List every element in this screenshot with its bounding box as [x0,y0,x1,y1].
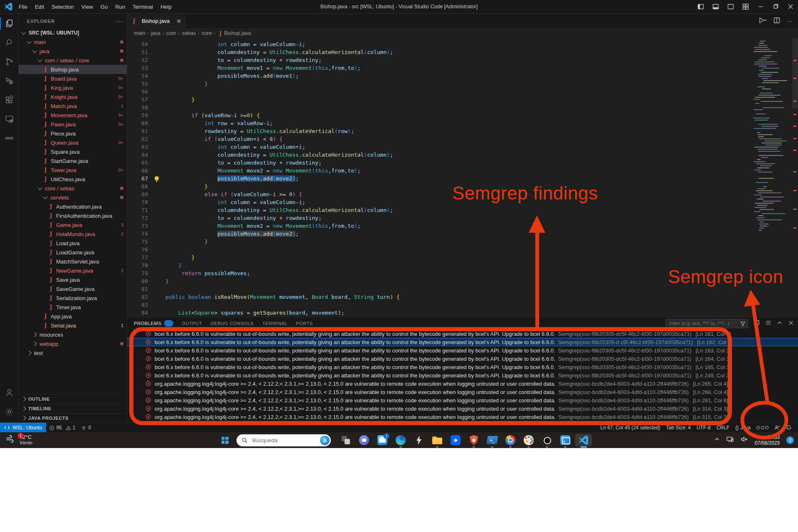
panel-tab-output[interactable]: OUTPUT [182,317,202,330]
sidebar-section-java-projects[interactable]: JAVA PROJECTS [19,413,127,423]
taskbar-app-dropbox[interactable]: ❖ [447,434,464,446]
close-panel-icon[interactable] [788,320,794,327]
explorer-item-holamundo.java[interactable]: JHolaMundo.java2 [19,229,127,239]
language-mode[interactable]: {} Java [732,425,754,431]
breadcrumb-item-sebas[interactable]: sebas [182,30,196,36]
problem-row-2[interactable]: bcel 6.x before 6.6.0 is vulnerable to o… [127,346,798,355]
problem-row-8[interactable]: org.apache.logging.log4j:log4j-core >= 2… [127,396,798,404]
taskbar-app-brave[interactable] [466,434,482,446]
code-line-75[interactable]: 75} [127,238,751,246]
explorer-item-matchservlet.java[interactable]: JMatchServlet.java [19,257,127,266]
activity-item-account[interactable] [0,383,18,402]
run-button[interactable] [759,17,767,25]
panel-tab-debug-console[interactable]: DEBUG CONSOLE [211,317,254,330]
explorer-item-queen.java[interactable]: JQueen.java9+ [19,138,127,147]
explorer-root[interactable]: SRC [WSL: UBUNTU] [19,28,127,37]
explorer-item-match.java[interactable]: JMatch.java1 [19,101,127,111]
cast-icon[interactable] [727,436,734,444]
explorer-item-com-sebas-core[interactable]: com / sebas / core [19,56,127,65]
eol-sequence[interactable]: CRLF [714,425,732,431]
code-line-84[interactable]: 84List<Square> squares = getSquares(boar… [127,309,751,317]
problem-row-10[interactable]: org.apache.logging.log4j:log4j-core >= 2… [127,413,798,421]
taskbar-search-input[interactable] [251,437,316,444]
overview-ruler[interactable] [792,38,798,317]
explorer-item-pawn.java[interactable]: JPawn.java9+ [19,120,127,129]
scrollbar-slider[interactable] [792,38,798,109]
code-line-77[interactable]: 77} [127,254,751,261]
explorer-item-bishop.java[interactable]: JBishop.java [19,65,127,74]
ports-indicator[interactable]: 0 [78,423,94,433]
code-line-65[interactable]: 65to = columndestiny + rowdestiny; [127,159,751,167]
code-line-76[interactable]: 76 [127,246,751,254]
explorer-item-timer.java[interactable]: JTimer.java [19,303,127,312]
explorer-item-king.java[interactable]: JKing.java9+ [19,83,127,92]
menu-go[interactable]: Go [97,2,111,11]
explorer-item-serialization.java[interactable]: JSerialization.java [19,293,127,303]
code-line-58[interactable]: 58 [127,103,751,111]
panel-tab-problems[interactable]: PROBLEMS [134,317,173,330]
explorer-item-webapp[interactable]: webapp [19,339,127,348]
problems-summary[interactable]: 95 1 [46,423,78,433]
menu-view[interactable]: View [78,2,97,11]
cursor-position[interactable]: Ln 67, Col 45 (24 selected) [597,425,663,431]
menu-selection[interactable]: Selection [48,2,77,11]
sidebar-section-outline[interactable]: OUTLINE [19,394,127,404]
layout-panel-icon[interactable] [708,0,723,13]
start-button[interactable] [217,434,233,446]
explorer-item-board.java[interactable]: JBoard.java9+ [19,74,127,83]
problem-row-6[interactable]: org.apache.logging.log4j:log4j-core >= 2… [127,379,798,388]
problem-row-1[interactable]: bcel 6.x before 6.6.0 is vulnerable to o… [127,338,798,346]
code-line-53[interactable]: 53Movement move1 = new Movement(this,fro… [127,64,751,72]
taskbar-app-vscode[interactable] [575,434,592,446]
code-line-81[interactable]: 81 [127,285,751,293]
breadcrumb-item-bishop.java[interactable]: Bishop.java [224,30,251,36]
volume-muted-icon[interactable] [741,436,748,444]
layout-customize-icon[interactable] [738,0,753,13]
menu-edit[interactable]: Edit [31,2,48,11]
breadcrumb-item-com[interactable]: com [166,30,176,36]
code-line-71[interactable]: 71columndestiny = UtilChess.calculateHor… [127,206,751,214]
explorer-item-resources[interactable]: resources [19,330,127,339]
breadcrumb-item-java[interactable]: java [151,30,160,36]
view-as-list-icon[interactable] [765,320,771,327]
menu-run[interactable]: Run [111,2,129,11]
panel-tab-terminal[interactable]: TERMINAL [262,317,288,330]
code-line-73[interactable]: 73Movement move2 = new Movement(this,fro… [127,222,751,230]
code-line-56[interactable]: 56 [127,88,751,96]
code-line-67[interactable]: 67possibleMoves.add(move2); [127,175,751,182]
explorer-item-serial.java[interactable]: JSerial.java1 [19,321,127,330]
problem-row-9[interactable]: org.apache.logging.log4j:log4j-core >= 2… [127,404,798,413]
taskbar-search[interactable]: b [236,434,331,446]
explorer-item-newgame.java[interactable]: JNewGame.java2 [19,266,127,275]
code-line-55[interactable]: 55} [127,80,751,88]
code-line-82[interactable]: 82public boolean isRealMove(Movement mov… [127,293,751,301]
split-editor-icon[interactable] [773,17,780,25]
explorer-item-square.java[interactable]: JSquare.java [19,147,127,156]
menu-terminal[interactable]: Terminal [129,2,157,11]
encoding[interactable]: UTF-8 [694,425,714,431]
code-line-60[interactable]: 60int row = valueRow-i; [127,119,751,127]
activity-item-extensions[interactable] [0,90,18,109]
taskbar-app-obs[interactable] [539,434,555,446]
breadcrumb-item-main[interactable]: main [134,30,145,36]
explorer-item-authentication.java[interactable]: JAuthentication.java [19,202,127,211]
code-line-79[interactable]: 79return possibleMoves; [127,269,751,277]
maximize-panel-icon[interactable] [777,320,783,327]
notification-count-badge[interactable]: 2 [786,436,794,444]
explorer-item-core-sebas[interactable]: core / sebas [19,184,127,193]
panel-tab-ports[interactable]: PORTS [296,317,313,330]
close-icon[interactable] [783,0,798,13]
code-line-61[interactable]: 61rowdestiny = UtilChess.calculateVertic… [127,127,751,135]
taskbar-app-task-view[interactable] [337,434,354,446]
code-line-50[interactable]: 50int column = valueColumn-i; [127,40,751,48]
tray-chevron-up-icon[interactable] [714,436,720,444]
menu-help[interactable]: Help [157,2,175,11]
taskbar-app-mail[interactable]: 1 [374,434,391,446]
explorer-item-savegame.java[interactable]: JSaveGame.java [19,284,127,293]
tab-close-icon[interactable]: ✕ [176,18,181,25]
problem-row-7[interactable]: org.apache.logging.log4j:log4j-core >= 2… [127,388,798,396]
minimize-icon[interactable] [753,0,768,13]
problems-filter-input[interactable] [669,320,738,326]
code-line-78[interactable]: 78} [127,261,751,269]
activity-item-source-control[interactable] [0,52,18,71]
